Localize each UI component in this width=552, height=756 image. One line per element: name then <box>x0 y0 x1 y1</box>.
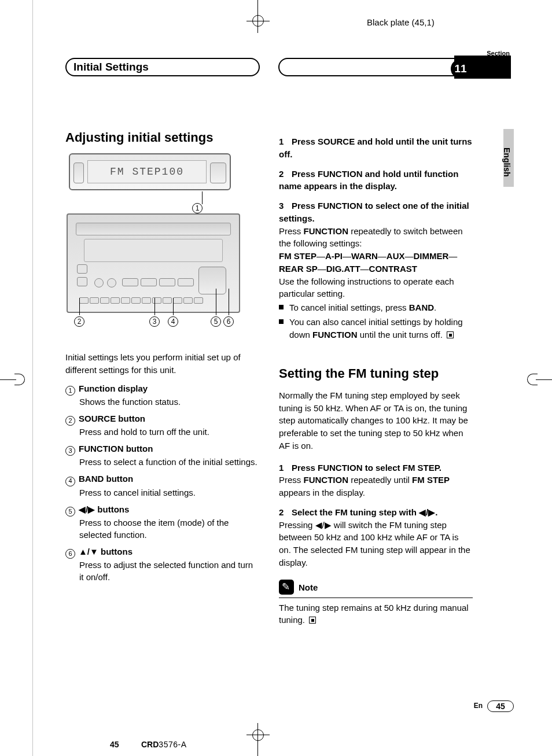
left-buttons-icon <box>77 264 89 290</box>
crop-mark <box>0 379 16 380</box>
footer-page: 45 <box>496 702 505 711</box>
step-num: 1 <box>279 135 292 148</box>
registration-mark <box>527 374 538 385</box>
section-title-pill: Initial Settings <box>65 58 260 76</box>
def-title: Function display <box>79 383 148 393</box>
fm-step-2: 2Select the FM tuning step with ◀/▶. Pre… <box>279 506 473 569</box>
footer-model: CRD3576-A <box>141 740 187 749</box>
footer-page-oval: 45 <box>487 700 514 712</box>
note-block: Note The tuning step remains at 50 kHz d… <box>279 580 473 627</box>
disc-slot-icon <box>76 223 231 235</box>
note-label: Note <box>299 582 318 592</box>
step-head: Press FUNCTION to select FM STEP. <box>292 463 441 473</box>
def-title: ▲/▼ buttons <box>79 547 133 556</box>
def-item: 5◀/▶ buttons Press to choose the item (m… <box>65 503 259 541</box>
footer-left-page: 45 <box>110 740 119 749</box>
def-item: 6▲/▼ buttons Press to adjust the selecte… <box>65 545 259 583</box>
unit-screen-icon <box>84 239 223 262</box>
right-column: 1Press SOURCE and hold until the unit tu… <box>279 135 473 626</box>
fm-step-1: 1Press FUNCTION to select FM STEP. Press… <box>279 462 473 499</box>
step-num: 2 <box>279 506 292 519</box>
callout-4: 4 <box>168 316 178 327</box>
section-number: 11 <box>454 62 466 75</box>
def-num: 2 <box>65 416 75 426</box>
left-column: Adjusting initial settings FM STEP100 1 <box>65 130 259 588</box>
step-head: Press SOURCE and hold until the unit tur… <box>279 137 472 159</box>
step-3: 3Press FUNCTION to select one of the ini… <box>279 200 473 342</box>
section-header: Initial Settings Section 11 <box>65 54 514 80</box>
crop-mark <box>246 21 270 21</box>
display-illustration-wrap: FM STEP100 1 <box>65 153 259 190</box>
margin-line <box>32 0 33 756</box>
def-body: Press to adjust the selected function an… <box>79 559 259 583</box>
registration-mark <box>14 374 25 385</box>
callout-3: 3 <box>149 316 160 327</box>
def-body: Press to cancel initial settings. <box>79 486 259 499</box>
step-head: Press FUNCTION and hold until function n… <box>279 169 458 191</box>
crop-mark <box>246 735 270 735</box>
crop-mark <box>536 379 552 380</box>
callout-5: 5 <box>211 316 221 327</box>
def-item: 4BAND button Press to cancel initial set… <box>65 473 259 498</box>
bullet-icon <box>279 305 284 309</box>
def-item: 2SOURCE button Press and hold to turn of… <box>65 412 259 438</box>
step-1: 1Press SOURCE and hold until the unit tu… <box>279 135 473 161</box>
heading-adjusting: Adjusting initial settings <box>65 130 259 145</box>
def-body: Press to select a function of the initia… <box>79 456 259 468</box>
end-mark-icon <box>309 617 316 624</box>
def-title: ◀/▶ buttons <box>79 504 129 514</box>
step-head: Press FUNCTION to select one of the init… <box>279 201 469 223</box>
dpad-icon <box>198 267 226 294</box>
bullet-icon <box>279 319 284 324</box>
definition-list: 1Function display Shows the function sta… <box>65 382 259 583</box>
step-num: 1 <box>279 462 292 474</box>
callout-2: 2 <box>74 316 84 327</box>
crop-mark <box>257 10 258 33</box>
intro-text: Initial settings lets you perform initia… <box>65 351 259 377</box>
step-num: 3 <box>279 200 292 212</box>
end-mark-icon <box>447 331 454 338</box>
lcd-readout: FM STEP100 <box>87 160 207 183</box>
step-body: Use the following instructions to operat… <box>279 275 473 301</box>
def-title: FUNCTION button <box>79 444 153 453</box>
callout-1: 1 <box>192 203 203 213</box>
step-body: Press FUNCTION repeatedly until FM STEP … <box>279 474 473 499</box>
black-plate-label: Black plate (45,1) <box>367 17 435 27</box>
unit-illustration-wrap: 2 3 4 5 6 <box>65 213 259 313</box>
head-unit-illustration <box>67 213 240 313</box>
language-label: English <box>502 147 511 177</box>
step-body: Press FUNCTION repeatedly to switch betw… <box>279 225 473 250</box>
bullet-item: To cancel initial settings, press BAND. <box>279 301 473 315</box>
def-num: 5 <box>65 507 75 517</box>
def-num: 4 <box>65 477 75 486</box>
def-body: Press to choose the item (mode) of the s… <box>79 517 259 541</box>
section-title: Initial Settings <box>73 61 149 73</box>
step-head: Select the FM tuning step with ◀/▶. <box>292 507 437 517</box>
section-number-badge: 11 <box>451 59 470 79</box>
note-icon <box>279 580 294 595</box>
bullet-item: You can also cancel initial settings by … <box>279 316 473 342</box>
def-num: 6 <box>65 549 75 559</box>
footer-lang: En <box>474 702 483 710</box>
display-illustration: FM STEP100 <box>69 153 231 190</box>
step-num: 2 <box>279 168 292 180</box>
def-item: 3FUNCTION button Press to select a funct… <box>65 442 259 468</box>
callout-6: 6 <box>223 316 234 327</box>
step-2: 2Press FUNCTION and hold until function … <box>279 168 473 193</box>
def-num: 3 <box>65 446 75 456</box>
def-num: 1 <box>65 386 75 396</box>
callout-line <box>202 191 203 204</box>
def-title: BAND button <box>79 474 133 484</box>
heading-fm-step: Setting the FM tuning step <box>279 366 473 381</box>
preset-buttons-icon <box>79 296 227 304</box>
settings-chain: FM STEP—A-PI—WARN—AUX—DIMMER—REAR SP—DIG… <box>279 250 473 275</box>
mid-buttons-icon <box>94 278 196 290</box>
registration-mark <box>252 729 264 741</box>
unit-callouts: 2 3 4 5 6 <box>65 315 240 338</box>
fm-intro: Normally the FM tuning step employed by … <box>279 389 473 452</box>
divider <box>279 598 473 598</box>
def-body: Press and hold to turn off the unit. <box>79 426 259 438</box>
def-title: SOURCE button <box>79 414 145 423</box>
note-body: The tuning step remains at 50 kHz during… <box>279 602 473 627</box>
step-body: Pressing ◀/▶ will switch the FM tuning s… <box>279 519 473 569</box>
